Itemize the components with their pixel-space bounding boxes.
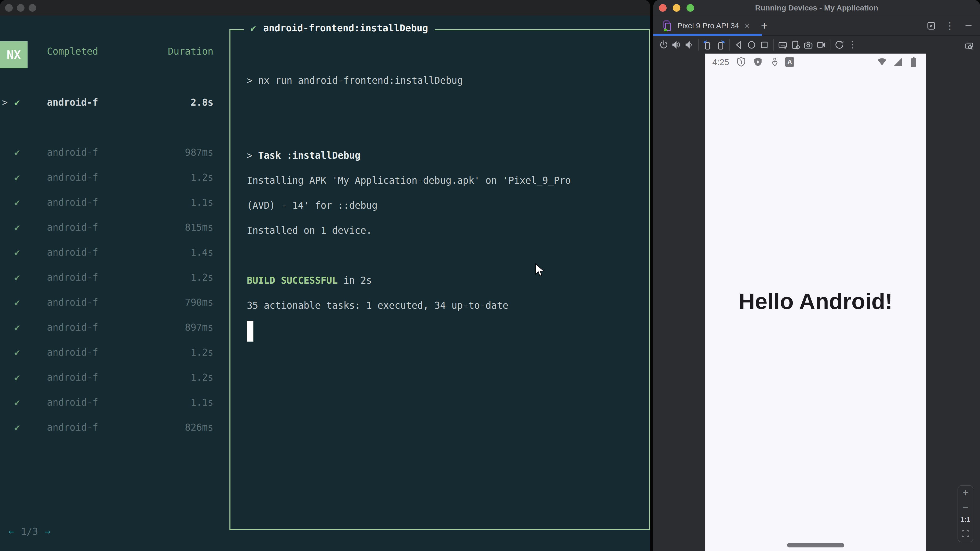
task-list: ✔ android-f 987ms ✔ android-f 1.2s ✔ and… xyxy=(0,143,220,443)
terminal-cursor xyxy=(247,321,253,341)
task-name: android-f xyxy=(47,397,98,408)
task-duration: 815ms xyxy=(185,222,213,233)
running-device-phone-icon xyxy=(660,19,673,32)
terminal-cursor-line xyxy=(247,318,641,343)
next-page-arrow-icon[interactable]: → xyxy=(45,526,50,537)
device-mirroring-search-icon[interactable] xyxy=(963,38,975,51)
virtual-keyboard-icon[interactable] xyxy=(776,38,789,51)
task-list-header: Completed Duration xyxy=(0,46,220,64)
selected-task-row[interactable]: > ✔ android-f 2.8s xyxy=(0,97,220,115)
task-row[interactable]: ✔ android-f 1.1s xyxy=(0,193,220,218)
letter-a-badge-icon: A xyxy=(785,57,794,67)
check-icon: ✔ xyxy=(14,397,20,408)
task-row[interactable]: ✔ android-f 1.2s xyxy=(0,343,220,368)
back-icon[interactable] xyxy=(732,38,745,51)
terminal-titlebar[interactable] xyxy=(0,0,650,16)
check-icon: ✔ xyxy=(14,147,20,158)
task-duration: 826ms xyxy=(185,422,213,433)
terminal-body: NX Completed Duration > ✔ android-f 2.8s… xyxy=(0,16,650,551)
hide-tool-window-icon[interactable] xyxy=(962,19,975,32)
new-tab-button[interactable]: + xyxy=(756,19,772,32)
device-settings-icon[interactable] xyxy=(789,38,802,51)
task-name: android-f xyxy=(47,322,98,333)
terminal-line-task: > Task :installDebug xyxy=(247,143,641,168)
terminal-output-panel: ✔android-frontend:installDebug > nx run … xyxy=(229,29,650,530)
rotate-left-icon[interactable] xyxy=(701,38,714,51)
task-name: android-f xyxy=(47,197,98,208)
device-display-area: 4:25 xyxy=(653,54,980,551)
task-duration: 790ms xyxy=(185,297,213,308)
volume-down-icon[interactable] xyxy=(683,38,696,51)
tab-close-icon[interactable]: × xyxy=(743,21,751,31)
toolbar-separator xyxy=(698,39,699,51)
toolbar-separator xyxy=(773,39,774,51)
chevron-right-icon: > xyxy=(2,97,8,108)
volume-up-icon[interactable] xyxy=(670,38,683,51)
task-name: android-f xyxy=(47,247,98,258)
task-row[interactable]: ✔ android-f 826ms xyxy=(0,418,220,443)
zoom-in-button[interactable]: + xyxy=(963,487,969,498)
overview-icon[interactable] xyxy=(758,38,771,51)
battery-icon xyxy=(907,56,920,68)
task-name: android-f xyxy=(47,347,98,358)
task-row[interactable]: ✔ android-f 1.2s xyxy=(0,268,220,293)
task-name: android-f xyxy=(47,422,98,433)
task-name: android-f xyxy=(47,147,98,158)
prev-page-arrow-icon[interactable]: ← xyxy=(9,526,14,537)
zoom-out-button[interactable]: − xyxy=(963,502,969,513)
screen-record-icon[interactable] xyxy=(815,38,827,51)
check-icon: ✔ xyxy=(14,322,20,333)
terminal-window: NX Completed Duration > ✔ android-f 2.8s… xyxy=(0,0,650,551)
pagination: ← 1/3 → xyxy=(9,526,50,537)
terminal-line-install3: Installed on 1 device. xyxy=(247,218,641,243)
terminal-line-command: > nx run android-frontend:installDebug xyxy=(247,68,641,93)
close-window-icon[interactable] xyxy=(5,4,13,12)
gesture-navigation-bar[interactable] xyxy=(787,543,844,548)
more-options-icon[interactable]: ⋮ xyxy=(945,21,955,30)
minimize-window-icon[interactable] xyxy=(17,4,24,12)
more-vertical-icon[interactable] xyxy=(846,38,859,51)
task-row[interactable]: ✔ android-f 790ms xyxy=(0,293,220,318)
power-icon[interactable] xyxy=(657,38,670,51)
cellular-signal-icon xyxy=(891,56,904,68)
tab-pixel-9-pro[interactable]: Pixel 9 Pro API 34 × xyxy=(653,16,756,35)
task-row[interactable]: ✔ android-f 897ms xyxy=(0,318,220,343)
task-row[interactable]: ✔ android-f 1.2s xyxy=(0,368,220,393)
check-icon: ✔ xyxy=(14,422,20,433)
running-devices-titlebar[interactable]: Running Devices - My Application xyxy=(653,0,980,16)
task-row[interactable]: ✔ android-f 987ms xyxy=(0,143,220,168)
home-icon[interactable] xyxy=(745,38,758,51)
task-row[interactable]: ✔ android-f 1.1s xyxy=(0,393,220,418)
task-duration: 897ms xyxy=(185,322,213,333)
terminal-line-summary: 35 actionable tasks: 1 executed, 34 up-t… xyxy=(247,293,641,318)
task-duration: 1.2s xyxy=(191,372,213,383)
emulator-screen[interactable]: 4:25 xyxy=(705,54,926,551)
terminal-line-install1: Installing APK 'My Application-debug.apk… xyxy=(247,168,641,193)
terminal-line-install2: (AVD) - 14' for ::debug xyxy=(247,193,641,218)
fit-to-window-icon[interactable] xyxy=(959,527,972,540)
task-row[interactable]: ✔ android-f 1.4s xyxy=(0,243,220,268)
actual-size-button[interactable]: 1:1 xyxy=(960,516,970,524)
zoom-controls: + − 1:1 xyxy=(958,485,974,542)
task-name: android-f xyxy=(47,97,98,108)
window-title: Running Devices - My Application xyxy=(653,3,980,12)
check-icon: ✔ xyxy=(14,172,20,183)
task-duration: 1.4s xyxy=(191,247,213,258)
maximize-window-icon[interactable] xyxy=(29,4,36,12)
shield-play-icon xyxy=(752,56,764,68)
screenshot-icon[interactable] xyxy=(802,38,815,51)
task-row[interactable]: ✔ android-f 1.2s xyxy=(0,168,220,193)
restart-icon[interactable] xyxy=(833,38,846,51)
terminal-output-text: > nx run android-frontend:installDebug >… xyxy=(247,68,641,343)
check-icon: ✔ xyxy=(14,97,20,108)
toolbar-separator xyxy=(830,39,830,51)
embed-window-icon[interactable] xyxy=(925,19,938,32)
tab-label: Pixel 9 Pro API 34 xyxy=(677,21,739,30)
device-toolbar xyxy=(653,36,980,55)
rotate-right-icon[interactable] xyxy=(714,38,727,51)
task-row[interactable]: ✔ android-f 815ms xyxy=(0,218,220,243)
task-duration: 987ms xyxy=(185,147,213,158)
check-icon: ✔ xyxy=(14,372,20,383)
task-duration: 1.1s xyxy=(191,397,213,408)
hello-android-text: Hello Android! xyxy=(705,288,926,314)
